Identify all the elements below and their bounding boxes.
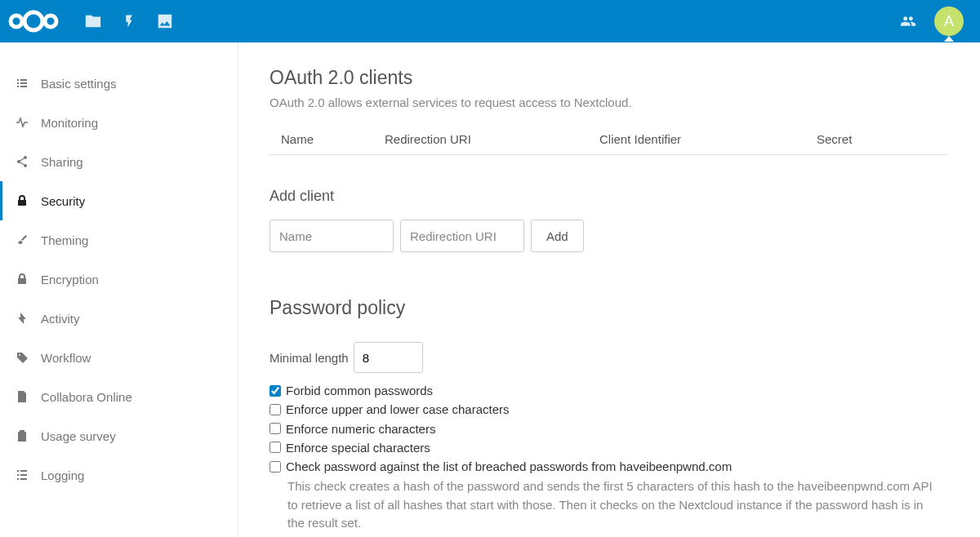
col-name: Name <box>281 132 385 146</box>
col-secret: Secret <box>817 132 936 146</box>
check-numeric: Enforce numeric characters <box>270 419 947 438</box>
check-label[interactable]: Enforce special characters <box>286 438 430 457</box>
sidebar-item-label: Usage survey <box>41 429 116 443</box>
sidebar-item-label: Workflow <box>41 351 91 365</box>
pulse-icon <box>15 115 29 130</box>
sidebar-item-label: Collabora Online <box>41 390 132 404</box>
avatar-letter: A <box>944 13 954 30</box>
upper-lower-checkbox[interactable] <box>270 404 281 415</box>
check-forbid-common: Forbid common passwords <box>270 381 947 400</box>
sidebar-item-label: Sharing <box>41 155 83 169</box>
share-icon <box>15 154 29 169</box>
activity-app-icon[interactable] <box>119 11 139 31</box>
sidebar-item-label: Security <box>41 194 85 208</box>
header-right: A <box>898 7 964 36</box>
sidebar-item-label: Basic settings <box>41 77 117 91</box>
svg-point-2 <box>45 16 56 27</box>
password-policy-title: Password policy <box>270 297 947 319</box>
oauth-section: OAuth 2.0 clients OAuth 2.0 allows exter… <box>270 67 947 252</box>
sidebar-item-label: Encryption <box>41 273 99 286</box>
brush-icon <box>15 233 29 247</box>
doc-icon <box>15 389 29 404</box>
list-icon <box>15 76 29 91</box>
forbid-common-checkbox[interactable] <box>270 385 281 397</box>
settings-sidebar: Basic settings Monitoring Sharing Securi… <box>0 42 238 537</box>
listnum-icon <box>15 468 29 482</box>
lock-icon <box>15 193 29 208</box>
add-client-button[interactable]: Add <box>531 220 584 252</box>
sidebar-item-label: Logging <box>41 468 84 482</box>
sidebar-item-workflow[interactable]: Workflow <box>0 338 238 377</box>
check-hibp: Check password against the list of breac… <box>270 457 947 476</box>
special-checkbox[interactable] <box>270 442 281 453</box>
files-app-icon[interactable] <box>83 11 103 31</box>
numeric-checkbox[interactable] <box>270 423 281 434</box>
sidebar-item-basic-settings[interactable]: Basic settings <box>0 64 238 103</box>
nextcloud-logo[interactable] <box>8 7 59 35</box>
min-length-input[interactable] <box>354 342 423 373</box>
sidebar-item-security[interactable]: Security <box>0 181 238 220</box>
header-left <box>8 7 175 35</box>
tag-icon <box>15 350 29 365</box>
sidebar-item-usage-survey[interactable]: Usage survey <box>0 416 238 455</box>
sidebar-item-logging[interactable]: Logging <box>0 455 238 495</box>
sidebar-item-label: Activity <box>41 312 80 326</box>
add-client-title: Add client <box>270 188 947 205</box>
oauth-title: OAuth 2.0 clients <box>270 67 947 89</box>
col-client-id: Client Identifier <box>599 132 817 146</box>
svg-point-0 <box>24 12 42 30</box>
password-policy-section: Password policy Minimal length Forbid co… <box>270 297 947 533</box>
user-avatar[interactable]: A <box>934 7 964 36</box>
sidebar-item-collabora[interactable]: Collabora Online <box>0 377 238 416</box>
oauth-desc: OAuth 2.0 allows external services to re… <box>270 95 947 109</box>
lock2-icon <box>15 272 29 286</box>
main-content: OAuth 2.0 clients OAuth 2.0 allows exter… <box>238 42 980 537</box>
check-label[interactable]: Forbid common passwords <box>286 381 433 400</box>
check-label[interactable]: Check password against the list of breac… <box>286 457 732 476</box>
hibp-hint: This check creates a hash of the passwor… <box>270 477 939 533</box>
sidebar-item-sharing[interactable]: Sharing <box>0 142 238 181</box>
oauth-table-header: Name Redirection URI Client Identifier S… <box>270 124 947 155</box>
sidebar-item-label: Theming <box>41 233 88 247</box>
bolt-icon <box>15 311 29 326</box>
client-redirect-input[interactable] <box>400 220 524 252</box>
check-label[interactable]: Enforce upper and lower case characters <box>286 400 509 419</box>
sidebar-item-monitoring[interactable]: Monitoring <box>0 103 238 142</box>
check-label[interactable]: Enforce numeric characters <box>286 419 435 438</box>
col-redirect: Redirection URI <box>385 132 599 146</box>
check-upper-lower: Enforce upper and lower case characters <box>270 400 947 419</box>
contacts-icon[interactable] <box>898 11 918 31</box>
sidebar-item-theming[interactable]: Theming <box>0 220 238 260</box>
sidebar-item-activity[interactable]: Activity <box>0 299 238 338</box>
svg-point-1 <box>11 16 22 27</box>
top-header: A <box>0 0 980 42</box>
gallery-app-icon[interactable] <box>155 11 175 31</box>
clipboard-icon <box>15 428 29 443</box>
min-length-row: Minimal length <box>270 342 947 373</box>
sidebar-item-encryption[interactable]: Encryption <box>0 260 238 299</box>
sidebar-item-label: Monitoring <box>41 116 98 130</box>
min-length-label: Minimal length <box>270 351 349 365</box>
hibp-checkbox[interactable] <box>270 461 281 473</box>
client-name-input[interactable] <box>270 220 394 252</box>
check-special: Enforce special characters <box>270 438 947 457</box>
add-client-form: Add <box>270 220 947 252</box>
